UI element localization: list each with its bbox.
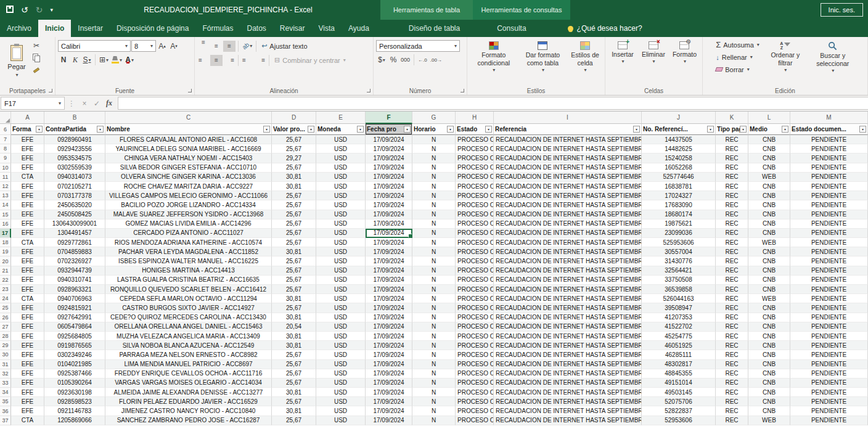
cell[interactable]: 46285111 — [642, 350, 716, 359]
cell[interactable]: USD — [316, 285, 366, 294]
cell[interactable]: EFE — [11, 247, 44, 256]
cell[interactable]: 25,67 — [272, 276, 316, 285]
row-heading[interactable]: 32 — [0, 369, 11, 379]
row-heading[interactable]: 12 — [0, 182, 11, 191]
cell[interactable]: RECAUDACION DE INTERNET HASTA SEPTIEMBRE… — [494, 360, 642, 369]
column-heading-L[interactable]: L — [748, 112, 790, 124]
save-icon[interactable] — [6, 5, 14, 15]
comma-style-button[interactable]: 000 — [399, 54, 411, 65]
cell[interactable]: CNB — [748, 154, 790, 163]
cell[interactable]: ROCHE CHAVEZ MARITZA DARIA - ACC9227 — [105, 182, 272, 191]
cell[interactable]: PENDIENTE — [790, 163, 868, 173]
cell[interactable]: REC — [716, 388, 748, 397]
cell[interactable]: 17024327 — [642, 191, 716, 200]
cell[interactable]: 0302349246 — [44, 350, 105, 359]
cell[interactable]: 17/09/2024 — [366, 191, 412, 200]
cell[interactable]: 25,67 — [272, 350, 316, 359]
cell[interactable]: EFE — [11, 369, 44, 379]
cell[interactable]: EFE — [11, 135, 44, 144]
row-heading[interactable]: 13 — [0, 191, 11, 200]
cell[interactable]: VILLEGAS CAMPOS MELECIO GERONIMO - ACC11… — [105, 191, 272, 200]
cell[interactable]: USD — [316, 144, 366, 154]
cell[interactable]: RECAUDACION DE INTERNET HASTA SEPTIEMBRE… — [494, 416, 642, 425]
cell[interactable]: WEB — [748, 173, 790, 182]
cell[interactable]: N — [412, 200, 456, 210]
cell[interactable]: RECAUDACION DE INTERNET HASTA SEPTIEMBRE… — [494, 294, 642, 303]
cell[interactable]: REC — [716, 350, 748, 359]
cell[interactable]: REC — [716, 229, 748, 238]
cell[interactable]: 46051925 — [642, 341, 716, 350]
cell[interactable]: 25,67 — [272, 266, 316, 276]
cell[interactable]: RONQUILLO QUEVEDO SCARLET BELEN - ACC164… — [105, 285, 272, 294]
column-heading-B[interactable]: B — [44, 112, 105, 124]
cell[interactable]: PROCESO OK — [456, 303, 494, 313]
row-heading[interactable]: 14 — [0, 200, 11, 210]
cell[interactable]: PROCESO OK — [456, 219, 494, 229]
cell[interactable]: 25,67 — [272, 379, 316, 388]
cell[interactable]: 17/09/2024 — [366, 200, 412, 210]
cell[interactable]: CNB — [748, 229, 790, 238]
cell[interactable]: PENDIENTE — [790, 397, 868, 406]
cell[interactable]: 25,67 — [272, 163, 316, 173]
row-heading[interactable]: 20 — [0, 256, 11, 266]
cell[interactable]: N — [412, 313, 456, 322]
cell[interactable]: PROCESO OK — [456, 247, 494, 256]
cell[interactable]: 14437505 — [642, 135, 716, 144]
cell[interactable]: 30,81 — [272, 341, 316, 350]
enter-entry-button[interactable]: ✓ — [91, 99, 103, 108]
cell[interactable]: CTA — [11, 294, 44, 303]
cell[interactable]: RECAUDACION DE INTERNET HASTA SEPTIEMBRE… — [494, 210, 642, 219]
cell[interactable]: EFE — [11, 276, 44, 285]
cell[interactable]: REC — [716, 313, 748, 322]
cell[interactable]: PENDIENTE — [790, 388, 868, 397]
cell[interactable]: EFE — [11, 285, 44, 294]
merge-center-button[interactable]: ⊟ Combinar y centrar ▾ — [272, 54, 348, 66]
table-header-cell[interactable]: Valor pro...▾ — [272, 124, 316, 135]
cell[interactable]: RECAUDACION DE INTERNET HASTA SEPTIEMBRE… — [494, 247, 642, 256]
cell[interactable]: N — [412, 191, 456, 200]
cell[interactable]: PROCESO OK — [456, 341, 494, 350]
cell[interactable]: PROCESO OK — [456, 210, 494, 219]
cut-button[interactable]: ✂ — [31, 40, 42, 51]
cell[interactable]: 49151014 — [642, 379, 716, 388]
cell[interactable]: 41207353 — [642, 313, 716, 322]
row-heading[interactable]: 23 — [0, 285, 11, 294]
filter-dropdown-icon[interactable]: ▾ — [404, 126, 411, 133]
cell[interactable]: REC — [716, 416, 748, 425]
cell[interactable]: RECAUDACION DE INTERNET HASTA SEPTIEMBRE… — [494, 266, 642, 276]
cell[interactable]: 49503145 — [642, 388, 716, 397]
cell[interactable]: PROCESO OK — [456, 369, 494, 379]
tab-insertar[interactable]: Insertar — [71, 20, 110, 37]
cell[interactable]: 33750508 — [642, 276, 716, 285]
cell[interactable]: REC — [716, 173, 748, 182]
column-heading-J[interactable]: J — [642, 112, 716, 124]
cell[interactable]: 20,54 — [272, 322, 316, 332]
cell[interactable]: USD — [316, 191, 366, 200]
cell[interactable]: EFE — [11, 266, 44, 276]
cell[interactable]: 17/09/2024 — [366, 219, 412, 229]
cell[interactable]: PENDIENTE — [790, 200, 868, 210]
cell[interactable]: PARRAGA MEZA NELSON ERNESTO - ACC8982 — [105, 350, 272, 359]
cell[interactable]: 17/09/2024 — [366, 313, 412, 322]
cell[interactable]: 1306430099001 — [44, 219, 105, 229]
cell[interactable]: 25,67 — [272, 285, 316, 294]
cell[interactable]: EFE — [11, 303, 44, 313]
row-heading[interactable]: 33 — [0, 379, 11, 388]
formula-bar-splitter[interactable]: ⋮ — [68, 99, 75, 108]
cell[interactable]: 0924815921 — [44, 303, 105, 313]
cell[interactable]: 18680174 — [642, 210, 716, 219]
cell[interactable]: REC — [716, 191, 748, 200]
row-heading[interactable]: 21 — [0, 266, 11, 276]
cell[interactable]: N — [412, 303, 456, 313]
cell[interactable]: PENDIENTE — [790, 276, 868, 285]
cell[interactable]: 17/09/2024 — [366, 163, 412, 173]
fill-button[interactable]: ↓ Rellenar ▾ — [714, 51, 761, 63]
row-heading[interactable]: 10 — [0, 163, 11, 173]
cell[interactable]: REC — [716, 360, 748, 369]
row-heading[interactable]: 35 — [0, 397, 11, 406]
select-all-corner[interactable] — [0, 112, 11, 124]
cell[interactable]: RECAUDACION DE INTERNET HASTA SEPTIEMBRE… — [494, 350, 642, 359]
cell[interactable]: 17/09/2024 — [366, 144, 412, 154]
cell[interactable]: N — [412, 256, 456, 266]
cell[interactable]: 0940706963 — [44, 294, 105, 303]
